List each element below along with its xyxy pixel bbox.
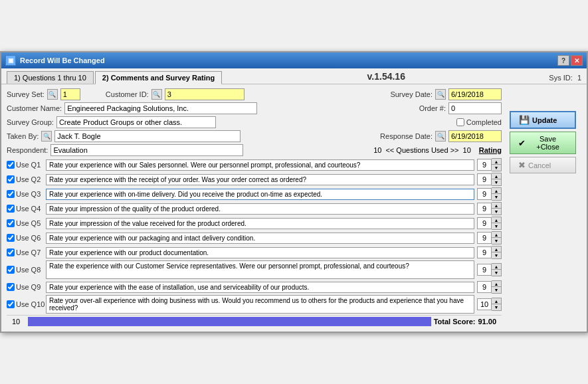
q7-rating-area: ▲▼ [477, 246, 502, 259]
q6-spin-down[interactable]: ▼ [492, 238, 501, 244]
use-q5-checkbox[interactable] [7, 219, 15, 227]
question-row-q10: Use Q10Rate your over-all experience wit… [7, 295, 502, 314]
q7-spin-up[interactable]: ▲ [492, 246, 501, 252]
question-row-q3: Use Q3Rate your experience with on-time … [7, 187, 502, 201]
cancel-button[interactable]: ✖ Cancel [510, 157, 576, 173]
use-q7-checkbox[interactable] [7, 248, 15, 256]
respondent-input[interactable] [50, 144, 243, 156]
q7-spinner: ▲▼ [492, 246, 502, 259]
question-row-q2: Use Q2Rate your experience with the rece… [7, 173, 502, 186]
taken-by-row: Taken By: 🔍 Response Date: 🔍 [7, 130, 502, 142]
question-row-q4: Use Q4Rate your impression of the qualit… [7, 202, 502, 215]
q1-spin-up[interactable]: ▲ [492, 159, 501, 165]
use-q10-label: Use Q10 [16, 300, 45, 308]
q4-spin-up[interactable]: ▲ [492, 203, 501, 209]
save-close-button[interactable]: ✔ Save +Close [510, 132, 576, 154]
tab-questions[interactable]: 1) Questions 1 thru 10 [7, 71, 94, 84]
q3-spin-down[interactable]: ▼ [492, 194, 501, 200]
customer-id-input[interactable] [165, 88, 245, 100]
q10-rating-area: ▲▼ [477, 298, 502, 311]
q5-rating-area: ▲▼ [477, 217, 502, 230]
survey-date-label: Survey Date: [390, 90, 433, 98]
use-q6-checkbox-area: Use Q6 [7, 234, 43, 242]
q6-rating-area: ▲▼ [477, 231, 502, 244]
use-q10-checkbox[interactable] [7, 300, 15, 308]
q1-rating-area: ▲▼ [477, 158, 502, 171]
q6-rating-input[interactable] [477, 232, 492, 244]
q3-rating-input[interactable] [477, 188, 492, 200]
q5-spin-up[interactable]: ▲ [492, 217, 501, 223]
use-q4-checkbox-area: Use Q4 [7, 205, 43, 213]
q9-spin-up[interactable]: ▲ [492, 281, 501, 287]
completed-checkbox[interactable] [456, 118, 464, 126]
q2-rating-area: ▲▼ [477, 173, 502, 186]
q9-spinner: ▲▼ [492, 280, 502, 294]
use-q5-label: Use Q5 [16, 219, 41, 227]
q8-spin-up[interactable]: ▲ [492, 264, 501, 270]
use-q1-checkbox[interactable] [7, 161, 15, 169]
use-q8-checkbox[interactable] [7, 266, 15, 274]
q5-rating-input[interactable] [477, 217, 492, 229]
q4-spin-down[interactable]: ▼ [492, 209, 501, 215]
survey-group-label: Survey Group: [7, 118, 54, 126]
update-button[interactable]: 💾 Update [510, 111, 576, 129]
q9-rating-input[interactable] [477, 281, 492, 293]
survey-set-input[interactable] [60, 88, 80, 100]
sysid-label: Sys ID: [549, 74, 572, 82]
q2-rating-input[interactable] [477, 173, 492, 185]
use-q6-checkbox[interactable] [7, 234, 15, 242]
response-date-input[interactable] [448, 130, 502, 142]
q4-rating-input[interactable] [477, 203, 492, 215]
q7-rating-input[interactable] [477, 246, 492, 258]
survey-group-input[interactable] [56, 116, 216, 128]
survey-date-info-icon[interactable]: 🔍 [435, 89, 446, 100]
customer-name-input[interactable] [64, 102, 257, 114]
window-title: Record Will Be Changed [20, 56, 105, 64]
help-button[interactable]: ? [557, 55, 569, 66]
total-bar [28, 317, 431, 326]
q1-rating-input[interactable] [477, 159, 492, 171]
response-date-info-icon[interactable]: 🔍 [435, 131, 446, 142]
q10-rating-input[interactable] [477, 298, 492, 310]
q7-spin-down[interactable]: ▼ [492, 252, 501, 258]
use-q9-checkbox-area: Use Q9 [7, 283, 43, 291]
q8-spinner: ▲▼ [492, 263, 502, 276]
q4-spinner: ▲▼ [492, 202, 502, 215]
main-window: ▣ Record Will Be Changed ? ✕ 1) Question… [0, 51, 588, 333]
order-num-input[interactable] [448, 102, 502, 114]
q10-spin-up[interactable]: ▲ [492, 298, 501, 304]
q10-spin-down[interactable]: ▼ [492, 304, 501, 310]
close-button[interactable]: ✕ [571, 55, 583, 66]
taken-by-input[interactable] [54, 130, 241, 142]
taken-by-info-icon[interactable]: 🔍 [41, 131, 52, 142]
taken-by-label: Taken By: [7, 132, 39, 140]
q6-spin-up[interactable]: ▲ [492, 232, 501, 238]
q10-spinner: ▲▼ [492, 298, 502, 311]
action-buttons: 💾 Update ✔ Save +Close ✖ Cancel [507, 84, 587, 332]
response-date-label: Response Date: [380, 132, 433, 140]
q1-spin-down[interactable]: ▼ [492, 165, 501, 171]
questions-used-right: 10 [463, 146, 471, 154]
q2-spin-up[interactable]: ▲ [492, 173, 501, 179]
q8-rating-input[interactable] [477, 264, 492, 276]
use-q2-checkbox[interactable] [7, 175, 15, 183]
app-icon: ▣ [5, 55, 16, 66]
q2-spin-down[interactable]: ▼ [492, 179, 501, 185]
survey-date-input[interactable] [448, 88, 502, 100]
question-row-q1: Use Q1Rate your experience with our Sale… [7, 158, 502, 171]
use-q4-checkbox[interactable] [7, 205, 15, 213]
tab-comments[interactable]: 2) Comments and Survey Rating [95, 71, 222, 84]
q5-spin-down[interactable]: ▼ [492, 223, 501, 229]
q5-spinner: ▲▼ [492, 217, 502, 230]
use-q3-checkbox[interactable] [7, 190, 15, 198]
q3-rating-area: ▲▼ [477, 187, 502, 201]
title-controls: ? ✕ [557, 55, 583, 66]
survey-set-info-icon[interactable]: 🔍 [47, 89, 58, 100]
q8-spin-down[interactable]: ▼ [492, 270, 501, 276]
customer-id-info-icon[interactable]: 🔍 [151, 89, 162, 100]
use-q9-checkbox[interactable] [7, 283, 15, 291]
use-q5-checkbox-area: Use Q5 [7, 219, 43, 227]
q9-spin-down[interactable]: ▼ [492, 287, 501, 293]
q3-text: Rate your experience with on-time delive… [46, 189, 474, 200]
q3-spin-up[interactable]: ▲ [492, 188, 501, 194]
